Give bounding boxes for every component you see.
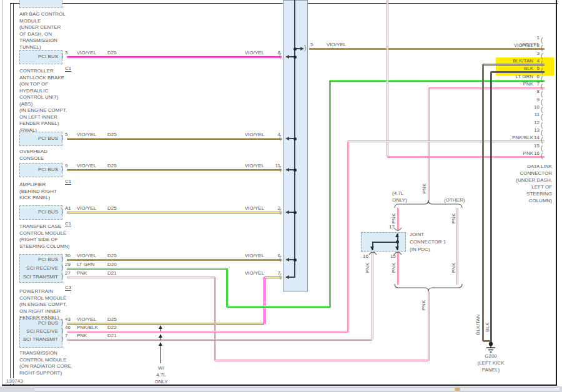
module-name-line: (RIGHT SIDE OF (19, 237, 58, 242)
circuit-code-label: D25 (107, 316, 117, 322)
junction-dot (293, 211, 297, 214)
pin-number-label: 46 (65, 325, 71, 330)
wire-color-label: PNK (451, 213, 456, 223)
dlc-connector-mark: ( (541, 45, 543, 51)
dlc-connector-mark: ( (541, 68, 543, 74)
module-pin-connector-mark: ) (61, 336, 63, 342)
dlc-pin-number: 11 (535, 112, 540, 117)
wire-segment (67, 331, 348, 333)
wire-color-label: BLK (485, 322, 490, 331)
wire-color-label: PNK (451, 263, 456, 273)
circuit-code-label: D25 (107, 205, 117, 211)
module-name-line: (ABS) (19, 101, 32, 107)
wire-segment (482, 64, 484, 341)
junction-dot (293, 169, 297, 172)
pin-number-label: 9 (65, 163, 67, 169)
dlc-pin-number: 12 (534, 120, 540, 125)
module-box-airbag (19, 0, 62, 8)
module-name-line: CONTROL MODULE (19, 357, 66, 363)
connector-id-label: C3 (65, 285, 71, 291)
dlc-name-line: LEFT OF (531, 184, 552, 190)
wire-segment (226, 268, 228, 307)
junction-dot (293, 137, 297, 140)
wire-segment (227, 306, 330, 308)
diagram-id-label: 139743 (6, 378, 24, 384)
junction-dot (293, 56, 297, 59)
jc-name-line: (IN PDC) (410, 247, 430, 252)
pin-number-label: 30 (65, 253, 71, 258)
module-name-line: TUNNEL) (19, 44, 41, 50)
branch-condition-label: ONLY) (392, 197, 407, 203)
module-pin-connector-mark: ) (61, 135, 63, 141)
wire-segment (330, 80, 545, 82)
dlc-name-line: CONNECTOR (520, 170, 552, 176)
ground-name-line: (LEFT KICK (466, 360, 516, 366)
dlc-pin-number: 10 (534, 104, 540, 110)
wire-color-label: PNK (391, 263, 397, 273)
module-signal-label: SCI RECEIVE (22, 265, 58, 271)
dlc-name-line: COLUMN) (529, 198, 552, 203)
window-bottom-edge (0, 386, 562, 392)
wire-color-label: LT GRN (77, 262, 95, 267)
wire-segment (67, 259, 282, 261)
module-signal-label: SCI TRANSMIT (22, 336, 58, 342)
dlc-connector-mark: ( (541, 53, 543, 59)
dlc-pin-number: 2 (537, 42, 540, 48)
dlc-connector-mark: ( (541, 84, 543, 90)
wire-segment (397, 252, 399, 285)
bus-pin-number: 4 (278, 132, 280, 137)
module-name-line: RIGHT SUPPORT) (19, 370, 62, 376)
wire-segment (214, 277, 216, 361)
wire-color-label: PNK (523, 81, 533, 87)
junction-dot (293, 258, 297, 262)
diagram-border-right (556, 0, 557, 385)
engine-note-line: ONLY (149, 379, 174, 385)
wire-color-label: PNK/BLK (77, 325, 98, 330)
module-name-line: AMPLIFIER (19, 182, 46, 187)
wire-segment (309, 48, 545, 50)
ground-name-line: PANEL) (466, 367, 516, 373)
bus-pin-number: 2 (278, 205, 280, 211)
wiring-diagram-page: AIR BAG CONTROLMODULE(UNDER CENTEROF DAS… (0, 0, 562, 392)
wire-color-label: BLK (524, 66, 533, 71)
module-name-line: POWERTRAIN (19, 288, 53, 294)
jc-pin-number: 16 (363, 253, 368, 259)
engine-note-line: W/ (149, 365, 174, 371)
dlc-connector-mark: ( (541, 145, 543, 152)
connector-id-label: C1 (65, 66, 71, 72)
module-name-line: CONTROL UNIT) (19, 94, 58, 100)
taskbar-dot (455, 388, 460, 391)
dlc-pin-number: 6 (537, 74, 540, 79)
module-signal-label: PCI BUS (22, 320, 58, 326)
wire-color-label: VIO/YEL (77, 50, 96, 56)
dlc-connector-mark: ( (541, 130, 543, 136)
wire-segment (67, 277, 215, 278)
module-pin-connector-mark: ) (61, 328, 63, 334)
wire-color-label: VIO/YEL (77, 132, 96, 137)
note-arrowhead (159, 334, 162, 338)
bus-connector-mark: ) (304, 45, 306, 51)
wire-segment (67, 56, 282, 58)
wire-segment (264, 277, 265, 324)
module-name-line: AIR BAG CONTROL (19, 11, 66, 17)
module-name-line: (UNDER CENTER (19, 24, 61, 30)
module-name-line: CONTROLLER (19, 68, 54, 74)
wire-segment (215, 360, 428, 361)
wire-color-label: BLK/TAN (475, 315, 481, 335)
jc-name-line: CONNECTOR 1 (410, 239, 446, 245)
wire-color-label: PNK (77, 270, 87, 276)
circuit-code-label: D25 (107, 50, 117, 56)
module-name-line: (IN ENGINE COMPT, (19, 301, 67, 307)
wire-color-label: VIO/YEL (514, 42, 533, 48)
bus-tap-arrowhead (285, 168, 289, 172)
module-name-line: ON RIGHT INNER (19, 308, 61, 314)
module-name-line: CONTROL MODULE (19, 230, 66, 236)
wire-color-label: VIO/YEL (245, 132, 264, 137)
module-name-line: TRANSMISSION (19, 37, 57, 43)
dlc-pin-number: 9 (537, 97, 540, 102)
dlc-connector-mark: ( (541, 137, 543, 144)
dlc-connector-mark: ( (541, 61, 543, 67)
jc-arrowhead (395, 247, 399, 250)
module-signal-label: SCI TRANSMIT (22, 274, 58, 280)
junction-dot (396, 240, 399, 243)
